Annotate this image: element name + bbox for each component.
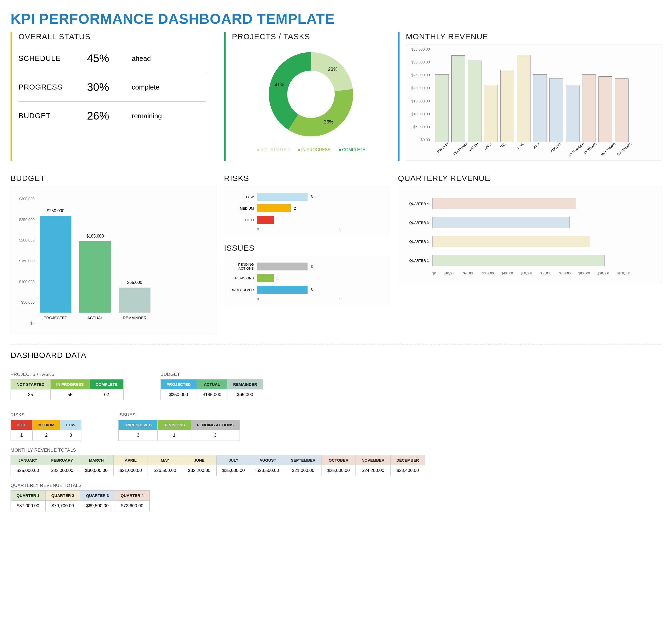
table-header: NOVEMBER [356, 455, 390, 465]
section-title-issues: ISSUES [224, 244, 390, 253]
quarterly-bar-label: QUARTER 4 [404, 202, 432, 206]
table-header: ACTUAL [197, 379, 227, 389]
quarterly-panel: QUARTERLY REVENUE QUARTER 4 QUARTER 3 QU… [398, 174, 662, 333]
legend-complete: COMPLETE [338, 148, 365, 152]
dd-projects-title: PROJECTS / TASKS [10, 372, 124, 377]
hbar [257, 216, 274, 224]
table-cell: $30,000.00 [79, 465, 114, 476]
table-cell: $25,000.00 [216, 465, 250, 476]
monthly-bar: AUGUST [549, 78, 563, 142]
projects-donut-chart: 23%36%41% [256, 44, 366, 144]
table-cell: 62 [90, 389, 123, 400]
monthly-bar: JANUARY [435, 74, 449, 142]
table-header: QUARTER 2 [45, 490, 80, 501]
table-header: PENDING ACTIONS [191, 420, 240, 430]
monthly-bar-cat: APRIL [484, 142, 493, 151]
hbar-label: LOW [228, 195, 257, 199]
table-cell: $25,000.00 [11, 465, 45, 476]
section-title-budget: BUDGET [10, 174, 216, 183]
budget-bar: $185,000 ACTUAL [79, 241, 111, 312]
donut-slice [288, 89, 353, 136]
section-title-projects: PROJECTS / TASKS [232, 32, 390, 41]
status-budget-value: 26% [87, 109, 121, 122]
table-cell: $69,500.00 [80, 501, 115, 511]
hbar [257, 262, 308, 271]
monthly-bar: SEPTEMBER [566, 85, 579, 142]
hbar-value: 1 [274, 276, 279, 280]
hbar-label: UNRESOLVED [228, 288, 257, 292]
dd-monthly-title: MONTHLY REVENUE TOTALS [10, 448, 662, 453]
table-header: QUARTER 4 [115, 490, 150, 501]
monthly-bar: NOVEMBER [598, 76, 612, 142]
monthly-bar-cat: JUNE [516, 142, 525, 150]
table-header: APRIL [114, 455, 148, 465]
hbar [257, 274, 274, 282]
budget-bar: $65,000 REMAINDER [119, 287, 150, 312]
quarterly-bar [432, 236, 590, 247]
table-header: JANUARY [11, 455, 45, 465]
monthly-bar: OCTOBER [582, 74, 596, 142]
table-cell: 3 [61, 430, 81, 441]
status-budget-text: remaining [132, 112, 162, 120]
dd-monthly-table: JANUARYFEBRUARYMARCHAPRILMAYJUNEJULYAUGU… [10, 455, 425, 476]
status-schedule-text: ahead [132, 54, 151, 63]
hbar [257, 204, 291, 212]
table-header: JUNE [182, 455, 216, 465]
hbar-value: 3 [308, 287, 313, 292]
quarterly-bar [432, 255, 604, 266]
donut-label: 23% [328, 67, 338, 72]
table-header: HIGH [11, 420, 33, 430]
hbar-row: PENDING ACTIONS 3 [228, 261, 386, 272]
table-cell: $24,200.00 [356, 465, 390, 476]
quarterly-bar-label: QUARTER 1 [404, 259, 432, 262]
section-title-overall: OVERALL STATUS [19, 32, 216, 41]
table-header: NOT STARTED [11, 379, 51, 389]
budget-bar: $250,000 PROJECTED [40, 216, 71, 312]
monthly-bar: DECEMBER [615, 78, 628, 142]
table-header: REVISIONS [158, 420, 191, 430]
monthly-bar: MARCH [468, 60, 481, 142]
quarterly-bar [432, 217, 570, 228]
overall-status-panel: OVERALL STATUS SCHEDULE 45% ahead PROGRE… [10, 32, 216, 161]
monthly-bar: APRIL [484, 85, 498, 142]
section-title-dashdata: DASHBOARD DATA [10, 351, 662, 360]
table-header: UNRESOLVED [119, 420, 158, 430]
hbar-value: 3 [308, 264, 313, 269]
page-title: KPI PERFORMANCE DASHBOARD TEMPLATE [10, 10, 662, 27]
table-header: PROJECTED [161, 379, 197, 389]
table-header: IN PROGRESS [50, 379, 90, 389]
section-title-monthly: MONTHLY REVENUE [406, 32, 662, 41]
section-title-quarterly: QUARTERLY REVENUE [398, 174, 662, 183]
table-cell: 35 [11, 389, 51, 400]
monthly-bar: FEBRUARY [451, 55, 465, 142]
dd-quarterly-table: QUARTER 1QUARTER 2QUARTER 3QUARTER 4$87,… [10, 490, 150, 511]
table-cell: 3 [191, 430, 240, 441]
hbar-row: REVISIONS 1 [228, 272, 386, 284]
monthly-bar: MAY [500, 70, 514, 142]
hbar [257, 286, 308, 294]
status-progress-text: complete [132, 83, 160, 92]
monthly-bar: JULY [533, 74, 547, 142]
table-header: MARCH [79, 455, 114, 465]
monthly-bar: JUNE [517, 55, 530, 142]
dd-issues-title: ISSUES [118, 412, 240, 418]
quarterly-bar-label: QUARTER 3 [404, 221, 432, 225]
table-cell: 1 [158, 430, 191, 441]
budget-bar-cat: PROJECTED [44, 315, 68, 320]
hbar-label: HIGH [228, 218, 257, 222]
dd-budget-title: BUDGET [161, 372, 263, 377]
monthly-bar-cat: NOVEMBER [600, 142, 617, 156]
status-schedule-value: 45% [87, 52, 121, 65]
dd-quarterly-title: QUARTERLY REVENUE TOTALS [10, 483, 662, 488]
monthly-revenue-panel: MONTHLY REVENUE $35,000.00$30,000.00$25,… [398, 32, 662, 161]
table-cell: $185,000 [197, 389, 227, 400]
budget-bar-label: $65,000 [127, 280, 142, 285]
table-header: FEBRUARY [45, 455, 79, 465]
status-progress-label: PROGRESS [19, 83, 76, 92]
budget-bar-cat: REMAINDER [123, 315, 146, 320]
table-cell: 2 [32, 430, 61, 441]
table-cell: $79,700.00 [45, 501, 80, 511]
table-cell: $21,000.00 [285, 465, 321, 476]
hbar-label: MEDIUM [228, 206, 257, 210]
table-header: MEDIUM [32, 420, 61, 430]
